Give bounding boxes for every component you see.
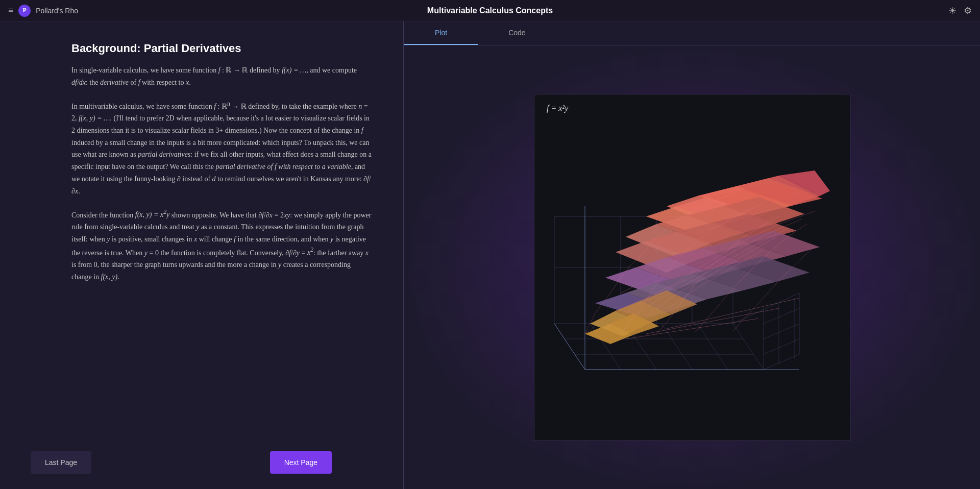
svg-line-13 <box>764 308 799 324</box>
topbar-right: ☀ ⚙ <box>948 5 972 16</box>
svg-line-8 <box>697 324 728 370</box>
settings-icon[interactable]: ⚙ <box>964 5 972 16</box>
paragraph-2: In multivariable calculus, we have some … <box>71 99 373 198</box>
topbar: ≡ P Pollard's Rho Multivariable Calculus… <box>0 0 980 21</box>
main-content: Background: Partial Derivatives In singl… <box>0 21 980 489</box>
next-page-button[interactable]: Next Page <box>270 451 332 474</box>
svg-line-9 <box>733 324 764 370</box>
app-name: Pollard's Rho <box>36 7 78 15</box>
section-title: Background: Partial Derivatives <box>71 42 373 55</box>
left-panel: Background: Partial Derivatives In singl… <box>0 21 403 489</box>
plot-formula: f = x²y <box>547 104 568 113</box>
svg-line-67 <box>554 324 585 370</box>
3d-surface-plot <box>544 114 840 421</box>
paragraph-3: Consider the function f(x, y) = x2y show… <box>71 208 373 283</box>
svg-line-11 <box>764 339 799 354</box>
tab-plot[interactable]: Plot <box>404 21 478 45</box>
svg-line-18 <box>733 293 799 324</box>
svg-line-12 <box>764 324 799 339</box>
plot-container: f = x²y <box>534 94 850 441</box>
page-title: Multivariable Calculus Concepts <box>427 6 553 15</box>
paragraph-1: In single-variable calculus, we have som… <box>71 64 373 89</box>
tab-code[interactable]: Code <box>478 21 556 45</box>
last-page-button[interactable]: Last Page <box>31 451 91 474</box>
tabs: Plot Code <box>404 21 980 45</box>
navigation-buttons: Last Page Next Page <box>0 451 403 474</box>
right-panel: Plot Code f = x²y <box>404 21 980 489</box>
svg-line-10 <box>764 354 799 370</box>
logo-icon: P <box>18 5 31 17</box>
sun-icon[interactable]: ☀ <box>948 5 957 16</box>
topbar-left: ≡ P Pollard's Rho <box>8 5 78 17</box>
svg-line-7 <box>662 324 692 370</box>
hamburger-icon[interactable]: ≡ <box>8 5 13 16</box>
plot-area: f = x²y <box>404 45 980 489</box>
